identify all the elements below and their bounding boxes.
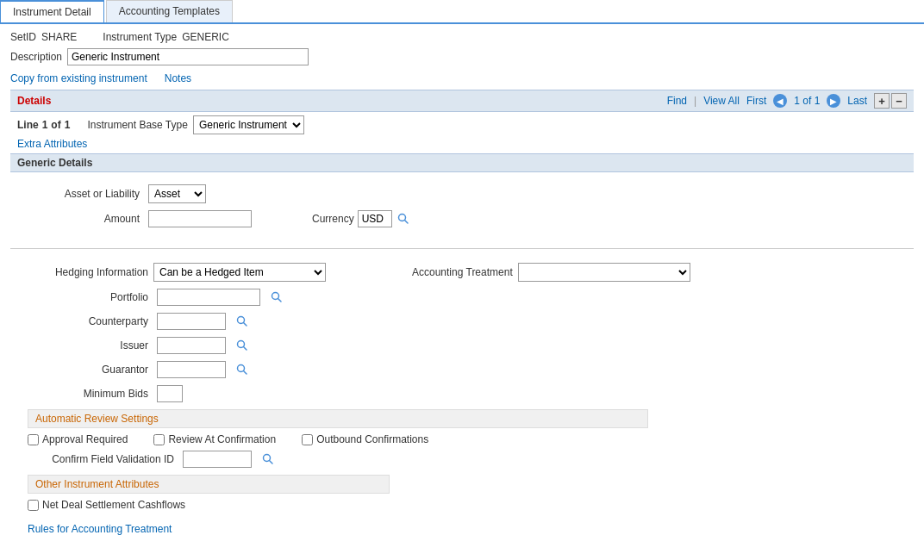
description-row: Description [10, 48, 914, 65]
minimum-bids-input[interactable] [157, 385, 183, 402]
svg-line-11 [270, 461, 273, 464]
auto-review-label: Automatic Review Settings [35, 413, 159, 425]
extra-attributes-row: Extra Attributes [17, 138, 907, 150]
hedging-left: Hedging Information Can be a Hedged Item… [28, 263, 326, 282]
confirm-field-search-icon[interactable] [260, 451, 276, 467]
setid-value: SHARE [41, 31, 77, 43]
guarantor-label: Guarantor [28, 364, 148, 376]
extra-attributes-link[interactable]: Extra Attributes [17, 138, 87, 150]
currency-label: Currency [312, 213, 354, 225]
line-info: Line 1 of 1 [17, 119, 70, 131]
base-type-select[interactable]: Generic Instrument [193, 115, 304, 134]
outbound-confirmations-checkbox[interactable] [302, 434, 313, 445]
minimum-bids-label: Minimum Bids [28, 388, 148, 400]
setid-row: SetID SHARE Instrument Type GENERIC [10, 31, 914, 43]
hedging-select[interactable]: Can be a Hedged Item Cannot be a Hedged … [153, 263, 326, 282]
svg-line-3 [278, 299, 282, 302]
setid-label: SetID [10, 31, 36, 43]
approval-required-label[interactable]: Approval Required [28, 433, 128, 445]
instrument-type-label: Instrument Type [103, 31, 177, 43]
issuer-label: Issuer [28, 339, 148, 352]
details-nav: Find | View All First ◀ 1 of 1 ▶ Last + … [667, 93, 907, 109]
instrument-base-type-group: Instrument Base Type Generic Instrument [87, 115, 304, 134]
net-deal-label[interactable]: Net Deal Settlement Cashflows [28, 499, 185, 511]
review-confirmation-checkbox[interactable] [153, 434, 165, 445]
asset-liability-row: Asset or Liability Asset Liability [28, 184, 896, 203]
find-link[interactable]: Find [667, 95, 687, 107]
confirm-field-row: Confirm Field Validation ID [28, 451, 896, 468]
portfolio-label: Portfolio [28, 291, 148, 303]
tab-instrument-detail[interactable]: Instrument Detail [0, 0, 104, 22]
review-confirmation-label[interactable]: Review At Confirmation [153, 433, 276, 445]
net-deal-checkbox[interactable] [28, 500, 39, 511]
currency-input[interactable] [358, 210, 392, 227]
counterparty-label: Counterparty [28, 315, 148, 327]
add-button[interactable]: + [874, 93, 890, 109]
amount-currency-row: Amount Currency [28, 210, 896, 227]
counterparty-row: Counterparty [28, 313, 896, 330]
currency-search-icon[interactable] [396, 211, 411, 227]
accounting-treatment-group: Accounting Treatment [412, 263, 690, 282]
counterparty-input[interactable] [157, 313, 226, 330]
separator [10, 248, 914, 249]
tab-accounting-templates[interactable]: Accounting Templates [106, 0, 233, 22]
of-label: of [51, 119, 60, 131]
confirm-field-label: Confirm Field Validation ID [28, 453, 174, 465]
setid-group: SetID SHARE [10, 31, 77, 43]
outbound-confirmations-label[interactable]: Outbound Confirmations [302, 433, 428, 445]
page-info: 1 of 1 [794, 95, 820, 107]
amount-input[interactable] [148, 210, 252, 227]
instrument-type-value: GENERIC [182, 31, 229, 43]
other-attributes-bar: Other Instrument Attributes [28, 475, 390, 494]
asset-liability-select[interactable]: Asset Liability [148, 184, 206, 203]
accounting-treatment-label: Accounting Treatment [412, 266, 513, 278]
svg-line-1 [404, 221, 408, 224]
line-row: Line 1 of 1 Instrument Base Type Generic… [17, 115, 907, 134]
generic-details-section: Asset or Liability Asset Liability Amoun… [10, 179, 914, 240]
remove-button[interactable]: − [891, 93, 907, 109]
approval-required-text: Approval Required [42, 433, 128, 445]
details-bar: Details Find | View All First ◀ 1 of 1 ▶… [10, 90, 914, 112]
portfolio-row: Portfolio [28, 289, 896, 306]
hedging-row: Hedging Information Can be a Hedged Item… [28, 263, 896, 282]
description-label: Description [10, 51, 62, 63]
guarantor-input[interactable] [157, 361, 226, 378]
portfolio-search-icon[interactable] [269, 289, 284, 305]
prev-button[interactable]: ◀ [773, 94, 787, 108]
generic-details-label: Generic Details [17, 157, 92, 169]
portfolio-input[interactable] [157, 289, 260, 306]
base-type-label: Instrument Base Type [87, 119, 188, 131]
issuer-input[interactable] [157, 337, 226, 354]
of-num: 1 [65, 119, 71, 131]
outbound-confirmations-text: Outbound Confirmations [316, 433, 428, 445]
view-all-link[interactable]: View All [703, 95, 740, 107]
approval-required-checkbox[interactable] [28, 434, 39, 445]
accounting-treatment-select[interactable] [518, 263, 690, 282]
asset-liability-label: Asset or Liability [28, 188, 140, 200]
confirm-field-input[interactable] [183, 451, 252, 468]
line-num: 1 [42, 119, 48, 131]
instrument-type-group: Instrument Type GENERIC [103, 31, 229, 43]
net-deal-row: Net Deal Settlement Cashflows [28, 499, 896, 511]
net-deal-text: Net Deal Settlement Cashflows [42, 499, 185, 511]
counterparty-search-icon[interactable] [234, 314, 250, 329]
next-nav: ▶ [827, 94, 840, 108]
first-label: First [746, 95, 766, 107]
notes-link[interactable]: Notes [165, 72, 191, 84]
copy-from-existing-link[interactable]: Copy from existing instrument [10, 72, 147, 84]
next-button[interactable]: ▶ [827, 94, 840, 108]
issuer-search-icon[interactable] [234, 338, 250, 353]
hedging-label: Hedging Information [28, 266, 148, 278]
tab-bar: Instrument Detail Accounting Templates [0, 0, 924, 24]
minimum-bids-row: Minimum Bids [28, 385, 896, 402]
rules-row: Rules for Accounting Treatment [28, 523, 896, 535]
rules-link[interactable]: Rules for Accounting Treatment [28, 523, 172, 535]
svg-line-5 [244, 323, 247, 327]
line-label: Line [17, 119, 39, 131]
description-input[interactable] [67, 48, 309, 65]
last-label: Last [847, 95, 867, 107]
guarantor-search-icon[interactable] [234, 362, 250, 377]
auto-review-bar: Automatic Review Settings [28, 409, 648, 428]
svg-line-9 [244, 371, 247, 375]
svg-line-7 [244, 347, 247, 351]
